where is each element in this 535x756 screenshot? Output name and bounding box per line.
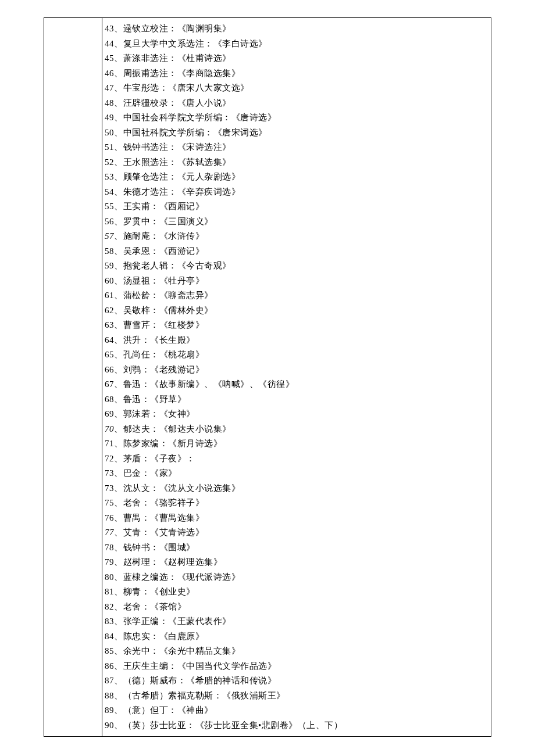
- item-number: 76: [105, 513, 114, 522]
- item-number: 49: [105, 113, 114, 122]
- item-number: 80: [105, 572, 114, 582]
- list-item: 68、鲁迅：《野草》: [105, 392, 488, 407]
- list-item: 59、抱瓮老人辑：《今古奇观》: [105, 259, 488, 274]
- list-item: 73、沈从文：《沈从文小说选集》: [105, 481, 488, 496]
- item-number: 54: [105, 187, 114, 196]
- item-text: 、蒲松龄：《聊斋志异》: [114, 291, 213, 300]
- list-item: 88、（古希腊）索福克勒斯：《俄狄浦斯王》: [105, 689, 488, 704]
- list-item: 50、中国社科院文学所编：《唐宋词选》: [105, 126, 488, 141]
- list-item: 67、鲁迅：《故事新编》、《呐喊》、《彷徨》: [105, 377, 488, 392]
- list-item: 48、汪辟疆校录：《唐人小说》: [105, 96, 488, 111]
- item-text: 、蓝棣之编选：《现代派诗选》: [114, 572, 240, 582]
- item-number: 81: [105, 587, 114, 596]
- page-container: 43、逯钦立校注：《陶渊明集》44、复旦大学中文系选注：《李白诗选》45、萧涤非…: [44, 17, 491, 737]
- item-text: 、汤显祖：《牡丹亭》: [114, 276, 204, 285]
- item-text: 、萧涤非选注：《杜甫诗选》: [114, 53, 231, 63]
- item-text: 、郭沫若：《女神》: [114, 409, 195, 418]
- item-text: 、中国社科院文学所编：《唐宋词选》: [114, 128, 268, 137]
- item-text: 、郁达夫：《郁达夫小说集》: [114, 424, 231, 433]
- item-text: 、钱钟书：《围城》: [114, 543, 195, 552]
- item-number: 72: [105, 454, 114, 463]
- item-number: 51: [105, 142, 114, 152]
- item-text: 、鲁迅：《故事新编》、《呐喊》、《彷徨》: [114, 379, 294, 389]
- item-text: 、孔尚任：《桃花扇》: [114, 350, 204, 359]
- list-item: 73、巴金：《家》: [105, 466, 488, 481]
- list-item: 65、孔尚任：《桃花扇》: [105, 347, 488, 363]
- list-item: 63、曹雪芹：《红楼梦》: [105, 318, 488, 333]
- item-number: 57: [105, 231, 114, 241]
- item-text: 、逯钦立校注：《陶渊明集》: [114, 24, 231, 33]
- list-item: 47、牛宝彤选：《唐宋八大家文选》: [105, 81, 488, 96]
- item-text: 、（意）但丁：《神曲》: [114, 705, 213, 715]
- item-text: 、牛宝彤选：《唐宋八大家文选》: [114, 83, 249, 92]
- item-number: 43: [105, 24, 114, 33]
- item-text: 、王实甫：《西厢记》: [114, 202, 204, 211]
- list-item: 49、中国社会科学院文学所编：《唐诗选》: [105, 110, 488, 126]
- item-number: 86: [105, 661, 114, 671]
- list-item: 46、周振甫选注：《李商隐选集》: [105, 66, 488, 81]
- item-number: 82: [105, 602, 114, 611]
- item-number: 68: [105, 395, 114, 404]
- item-text: 、洪升：《长生殿》: [114, 335, 195, 345]
- item-text: 、（英）莎士比亚：《莎士比亚全集•悲剧卷》（上、下）: [114, 721, 343, 730]
- item-text: 、鲁迅：《野草》: [114, 395, 186, 404]
- item-number: 61: [105, 291, 114, 300]
- item-text: 、汪辟疆校录：《唐人小说》: [114, 98, 231, 108]
- list-item: 79、赵树理：《赵树理选集》: [105, 555, 488, 570]
- list-item: 75、老舍：《骆驼祥子》: [105, 496, 488, 511]
- item-number: 73: [105, 468, 114, 478]
- item-number: 67: [105, 379, 114, 389]
- item-number: 50: [105, 128, 114, 137]
- item-number: 62: [105, 306, 114, 315]
- item-number: 44: [105, 39, 114, 48]
- item-text: 、赵树理：《赵树理选集》: [114, 557, 222, 567]
- list-item: 81、柳青：《创业史》: [105, 585, 488, 600]
- list-item: 52、王水照选注：《苏轼选集》: [105, 155, 488, 170]
- item-text: 、陈梦家编：《新月诗选》: [114, 439, 222, 448]
- item-text: 、王水照选注：《苏轼选集》: [114, 157, 231, 167]
- item-text: 、巴金：《家》: [114, 468, 177, 478]
- item-number: 77: [105, 528, 114, 537]
- item-text: 、（德）斯威布：《希腊的神话和传说》: [114, 676, 276, 685]
- item-number: 56: [105, 217, 114, 226]
- item-text: 、老舍：《骆驼祥子》: [114, 498, 204, 507]
- item-number: 79: [105, 557, 114, 567]
- item-text: 、周振甫选注：《李商隐选集》: [114, 69, 240, 78]
- item-number: 53: [105, 172, 114, 181]
- list-item: 61、蒲松龄：《聊斋志异》: [105, 288, 488, 303]
- list-item: 56、罗贯中：《三国演义》: [105, 214, 488, 230]
- item-text: 、朱德才选注：《辛弃疾词选》: [114, 187, 240, 196]
- list-item: 72、茅盾：《子夜》：: [105, 452, 488, 467]
- table-frame: 43、逯钦立校注：《陶渊明集》44、复旦大学中文系选注：《李白诗选》45、萧涤非…: [44, 17, 491, 737]
- list-item: 70、郁达夫：《郁达夫小说集》: [105, 422, 488, 437]
- list-item: 64、洪升：《长生殿》: [105, 333, 488, 348]
- item-text: 、沈从文：《沈从文小说选集》: [114, 483, 240, 493]
- item-text: 、艾青：《艾青诗选》: [114, 528, 204, 537]
- item-text: 、顾肇仓选注：《元人杂剧选》: [114, 172, 240, 181]
- item-text: 、老舍：《茶馆》: [114, 602, 186, 611]
- item-text: 、（古希腊）索福克勒斯：《俄狄浦斯王》: [114, 691, 286, 700]
- list-item: 78、钱钟书：《围城》: [105, 540, 488, 556]
- item-text: 、吴敬梓：《儒林外史》: [114, 306, 213, 315]
- list-item: 89、（意）但丁：《神曲》: [105, 703, 488, 718]
- list-item: 53、顾肇仓选注：《元人杂剧选》: [105, 170, 488, 185]
- item-number: 75: [105, 498, 114, 507]
- item-text: 、王庆生主编：《中国当代文学作品选》: [114, 661, 276, 671]
- list-item: 60、汤显祖：《牡丹亭》: [105, 274, 488, 289]
- item-number: 58: [105, 246, 114, 256]
- item-number: 78: [105, 543, 114, 552]
- list-item: 84、陈忠实：《白鹿原》: [105, 629, 488, 644]
- item-number: 85: [105, 646, 114, 655]
- table-right-cell: 43、逯钦立校注：《陶渊明集》44、复旦大学中文系选注：《李白诗选》45、萧涤非…: [102, 18, 491, 736]
- list-item: 90、（英）莎士比亚：《莎士比亚全集•悲剧卷》（上、下）: [105, 718, 488, 733]
- list-item: 66、刘鹗：《老残游记》: [105, 363, 488, 378]
- item-text: 、曹禺：《曹禺选集》: [114, 513, 204, 522]
- item-text: 、余光中：《余光中精品文集》: [114, 646, 240, 655]
- list-item: 44、复旦大学中文系选注：《李白诗选》: [105, 37, 488, 52]
- list-item: 85、余光中：《余光中精品文集》: [105, 644, 488, 659]
- list-item: 51、钱钟书选注：《宋诗选注》: [105, 140, 488, 155]
- item-number: 65: [105, 350, 114, 359]
- item-number: 83: [105, 617, 114, 626]
- item-number: 89: [105, 705, 114, 715]
- table-left-cell: [44, 18, 102, 736]
